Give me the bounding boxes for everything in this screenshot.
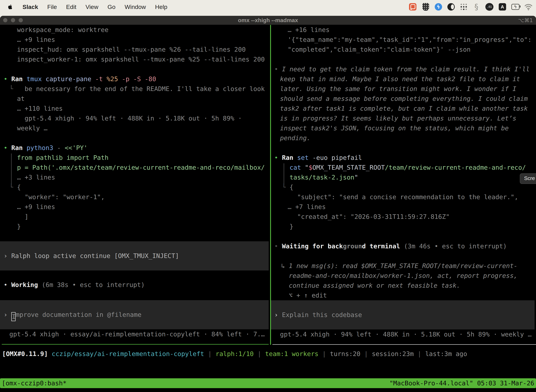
terminal-line: └ { <box>2 182 270 192</box>
terminal-line: inspect_hud: omx sparkshell --tmux-pane … <box>2 45 270 54</box>
left-pane[interactable]: workspace_mode: worktree… +9 linesinspec… <box>0 25 270 345</box>
screen-tooltip: Scre <box>520 173 536 184</box>
terminal-line: … +9 lines <box>2 202 270 212</box>
tmux-session-name[interactable]: [omx-cczip0:bash* <box>2 378 67 388</box>
terminal-line: readme-and-reco/mailbox/worker-1.json, a… <box>273 271 536 281</box>
terminal-line <box>273 232 536 241</box>
terminal-line: › Improve documentation in @filename <box>2 310 269 321</box>
ralph-loop-banner[interactable]: › Ralph loop active continue [OMX_TMUX_I… <box>0 241 269 271</box>
terminal-rows: workspace_mode: worktree… +9 linesinspec… <box>2 25 270 241</box>
terminal-line <box>2 64 270 74</box>
terminal-line <box>2 133 270 143</box>
menu-item-go[interactable]: Go <box>107 4 115 10</box>
ran-cat-command: • Ran set -euo pipefail <box>273 153 536 163</box>
spacer <box>273 339 536 344</box>
terminal-line: "created_at": "2026-03-31T11:59:27.816Z" <box>273 212 536 222</box>
terminal-line: p = Path('.omx/state/team/review-current… <box>2 163 270 173</box>
terminal-line: "worker": "worker-1", <box>2 192 270 202</box>
tmux-host-time: "MacBook-Pro-44.local" 05:03 31-Mar-26 <box>389 378 534 388</box>
terminal-line: '{"team_name":"my-team","task_id":"1","f… <box>273 35 536 45</box>
terminal-rows: … +16 lines'{"team_name":"my-team","task… <box>273 25 536 300</box>
terminal-line: … +7 lines <box>273 202 536 212</box>
output-connector-line <box>11 154 12 185</box>
battery-icon[interactable]: ϟ <box>511 3 519 11</box>
terminal-line: should send a message before completing … <box>273 94 536 104</box>
menu-item-view[interactable]: View <box>86 4 98 10</box>
menu-item-help[interactable]: Help <box>155 4 168 10</box>
terminal-line: continue assigned work or next feasible … <box>273 281 536 290</box>
ran-tmux-command: • Ran tmux capture-pane -t %25 -p -S -80 <box>2 74 270 84</box>
terminal-line: └ { <box>273 182 536 192</box>
chat-app-icon[interactable] <box>409 3 417 11</box>
terminal-line: keep that in mind. Maybe I also need the… <box>273 74 536 84</box>
wifi-icon[interactable] <box>524 3 532 10</box>
window-shortcut: ⌥⌘1 <box>518 17 533 23</box>
counter-badge-icon[interactable]: ..61 <box>485 3 493 11</box>
terminal-line: … +110 lines <box>2 104 270 113</box>
terminal-line <box>273 143 536 153</box>
spacer <box>2 290 270 300</box>
terminal-line: task2 after task1 is complete, but can I… <box>273 104 536 113</box>
terminal-line: "subject": "send a concise recommendatio… <box>273 192 536 202</box>
terminal-line: inspect_worker-1: omx sparkshell --tmux-… <box>2 54 270 64</box>
terminal-line: at <box>2 94 270 104</box>
terminal-line: ⌥ + ↑ edit <box>273 290 536 300</box>
terminal-content: workspace_mode: worktree… +9 linesinspec… <box>0 25 536 392</box>
menu-item-edit[interactable]: Edit <box>66 4 77 10</box>
ran-python-command: • Ran python3 - <<'PY' <box>2 143 270 153</box>
terminal-rows: • Working (6m 38s • esc to interrupt) <box>2 280 270 290</box>
prompt-input-right[interactable]: › Explain this codebase <box>271 300 535 330</box>
terminal-line: } <box>273 222 536 232</box>
terminal-line: … +9 lines <box>2 35 270 45</box>
window-title: omx --xhigh --madmax <box>0 17 536 23</box>
terminal-line: ] <box>2 212 270 222</box>
terminal-line: pending. <box>273 133 536 143</box>
shield-grid-icon[interactable] <box>422 3 430 11</box>
terminal-line: … +16 lines <box>273 25 536 35</box>
prompt-input-left[interactable]: › Improve documentation in @filename <box>0 300 269 329</box>
terminal-line <box>273 54 536 64</box>
terminal-line: › Explain this codebase <box>273 310 535 320</box>
terminal-line: … +3 lines <box>2 173 270 182</box>
terminal-line: cat "$OMX_TEAM_STATE_ROOT/team/review-cu… <box>273 163 536 173</box>
terminal-line: "completed","claim_token":"claim-token"}… <box>273 45 536 54</box>
terminal-rows: gpt-5.4 xhigh · essay/ai-reimplementatio… <box>2 329 270 339</box>
terminal-line: later. Using the same for transition mig… <box>273 84 536 94</box>
bolt-badge-icon[interactable]: ϟ <box>435 3 442 10</box>
dot-grid-icon[interactable] <box>460 3 467 10</box>
terminal-line <box>2 232 270 241</box>
tmux-status-bar: [omx-cczip0:bash* "MacBook-Pro-44.local"… <box>0 378 536 388</box>
terminal-line: › Ralph loop active continue [OMX_TMUX_I… <box>2 251 269 261</box>
terminal-line: tasks/task-2.json" <box>273 173 536 182</box>
terminal-line: ↳ 1 new msg(s): read $OMX_TEAM_STATE_ROO… <box>273 261 536 271</box>
model-status-right: gpt-5.4 xhigh · 94% left · 488K in · 5.1… <box>273 330 536 339</box>
moon-circle-icon[interactable] <box>447 3 455 11</box>
waiting-status: • Waiting for background terminal (3m 46… <box>273 241 536 251</box>
menu-item-file[interactable]: File <box>47 4 57 10</box>
pane-border-rule <box>2 344 269 345</box>
output-connector-line <box>284 163 284 185</box>
terminal-line: is in progress? It seems likely but perh… <box>273 113 536 123</box>
squiggle-icon[interactable]: § <box>472 3 480 11</box>
spacer <box>2 271 270 280</box>
menu-app-name[interactable]: Slack <box>23 4 38 10</box>
window-titlebar[interactable]: omx --xhigh --madmax ⌥⌘1 <box>0 16 536 25</box>
terminal-line: } <box>2 222 270 232</box>
input-source-icon[interactable]: A <box>498 3 507 11</box>
terminal-line: gpt-5.4 xhigh · 94% left · 488K in · 5.1… <box>2 113 270 123</box>
pane-border-rule <box>273 344 536 345</box>
terminal-window: omx --xhigh --madmax ⌥⌘1 workspace_mode:… <box>0 16 536 392</box>
apple-icon[interactable] <box>7 3 13 10</box>
terminal-line: from pathlib import Path <box>2 153 270 163</box>
terminal-line: workspace_mode: worktree <box>2 25 270 35</box>
terminal-line <box>273 251 536 261</box>
terminal-line: weekly … <box>2 123 270 133</box>
thinking-text: • I need to get the claim token from the… <box>273 64 536 74</box>
working-status: • Working (6m 38s • esc to interrupt) <box>2 280 270 290</box>
menu-bar: Slack FileEditViewGoWindowHelp ϟ § ..61 … <box>0 0 536 14</box>
menu-item-window[interactable]: Window <box>125 4 146 10</box>
right-pane[interactable]: Scre … +16 lines'{"team_name":"my-team",… <box>271 25 536 345</box>
model-status-left: gpt-5.4 xhigh · essay/ai-reimplementatio… <box>2 329 270 339</box>
omx-status-line: [OMX#0.11.9] cczip/essay/ai-reimplementa… <box>0 349 536 359</box>
terminal-rows: gpt-5.4 xhigh · 94% left · 488K in · 5.1… <box>273 330 536 339</box>
